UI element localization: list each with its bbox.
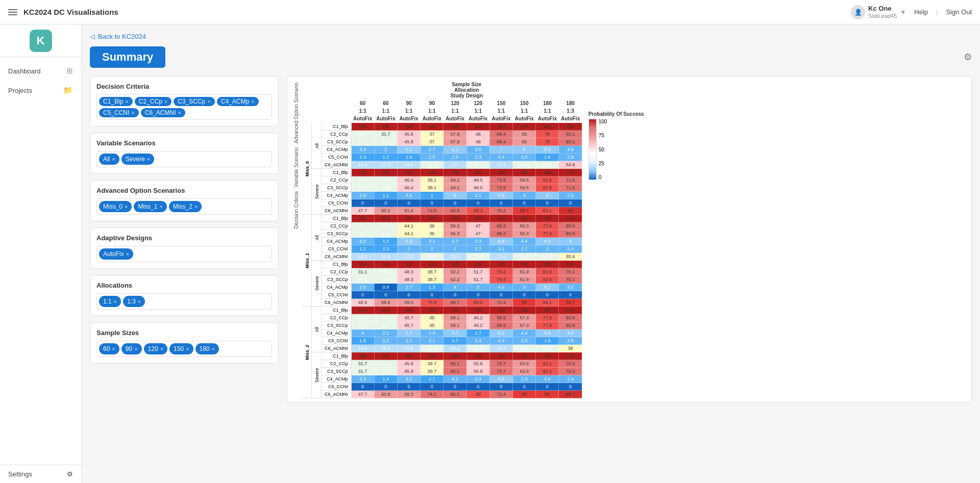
heatmap-cell: 2.7 <box>513 245 536 253</box>
tag-180[interactable]: 180 × <box>195 343 219 354</box>
tag-miss2[interactable]: Miss_2 × <box>169 201 202 212</box>
heatmap-cell: 65.1 <box>444 360 467 368</box>
tag-1-3[interactable]: 1:3 × <box>123 296 145 307</box>
user-info[interactable]: 👤 Kc One StatLead45 ▼ <box>851 5 906 19</box>
heatmap-cell: 59.5 <box>513 184 536 192</box>
heatmap-cell: 4.9 <box>559 146 582 154</box>
tag-150[interactable]: 150 × <box>169 343 193 354</box>
row-criteria-label: C1_Blp <box>322 123 352 131</box>
heatmap-cell: 0 <box>467 383 489 391</box>
heatmap-cell: 56.3 <box>444 230 467 238</box>
row-criteria-label: C6_ACMNI <box>322 161 352 169</box>
heatmap-cell: 2.7 <box>467 245 489 253</box>
tag-miss0[interactable]: Miss_0 × <box>99 201 132 212</box>
row-var-group: All <box>312 215 322 261</box>
heatmap-cell: 73.7 <box>489 368 512 375</box>
settings-item[interactable]: Settings ⚙ <box>0 465 81 483</box>
heatmap-cell: 4 <box>351 329 374 337</box>
heatmap-cell: 6.2 <box>536 284 559 291</box>
tag-c5ccni[interactable]: C5_CCNI × <box>99 108 139 117</box>
row-criteria-label: C2_CCp <box>322 360 352 368</box>
heatmap-cell: 20.7 <box>374 322 397 329</box>
heatmap-cell: 29.8 <box>351 276 374 284</box>
heatmap-cell: 25.7 <box>351 138 374 146</box>
heatmap-cell: 1.2 <box>374 154 397 161</box>
heatmap-cell: 0 <box>489 199 512 207</box>
heatmap-cell: 1.6 <box>397 154 420 161</box>
heatmap-cell: 5.6 <box>489 192 512 199</box>
advanced-option-scenarios-title: Advanced Option Scenarios <box>96 187 272 194</box>
heatmap-cell: 100 <box>536 307 559 314</box>
tag-60[interactable]: 60 × <box>99 343 119 354</box>
back-link[interactable]: ◁ Back to KC2024 <box>90 33 972 40</box>
heatmap-cell: 74.5 <box>421 207 444 215</box>
heatmap-cell: 95.7 <box>559 391 582 398</box>
heatmap-cell: 47.7 <box>351 391 374 398</box>
heatmap-cell: 59.3 <box>397 299 420 307</box>
tag-90[interactable]: 90 × <box>121 343 142 354</box>
row-criteria-label: C2_CCp <box>322 176 352 184</box>
heatmap-cell: 100 <box>559 352 582 360</box>
main-layout: K Dashboard ⊞ Projects 📁 Settings ⚙ ◁ Ba… <box>0 24 980 483</box>
heatmap-cell: 1.2 <box>374 238 397 245</box>
signout-link[interactable]: Sign Out <box>946 8 972 16</box>
tag-120[interactable]: 120 × <box>144 343 167 354</box>
heatmap-cell: 48 <box>467 138 489 146</box>
heatmap-cell: 2.7 <box>397 284 420 291</box>
heatmap-cell: 2.1 <box>374 329 397 337</box>
tag-c6acmni[interactable]: C6_ACMNI × <box>141 108 185 117</box>
heatmap-cell: 0 <box>513 291 536 299</box>
heatmap-cell: 1.7 <box>444 337 467 345</box>
heatmap-cell: 8.2 <box>536 146 559 154</box>
row-criteria-label: C5_CCNI <box>322 154 352 161</box>
heatmap-cell: 99.5 <box>374 307 397 314</box>
heatmap-cell: 65.1 <box>559 138 582 146</box>
heatmap-cell: 45.9 <box>397 360 420 368</box>
heatmap-cell: 3 <box>513 284 536 291</box>
heatmap-cell: 100 <box>467 123 489 131</box>
heatmap-cell: 2.4 <box>559 375 582 383</box>
heatmap-cell: 3.1 <box>489 245 512 253</box>
heatmap-cell: 100 <box>397 261 420 268</box>
back-link-label: Back to KC2024 <box>98 33 146 40</box>
sidebar-item-dashboard[interactable]: Dashboard ⊞ <box>0 61 81 81</box>
heatmap-cell: 100 <box>513 169 536 176</box>
tag-c3sccp[interactable]: C3_SCCp × <box>174 97 214 106</box>
tag-c1blp[interactable]: C1_Blp × <box>99 97 133 106</box>
tag-c4acmp[interactable]: C4_ACMp × <box>217 97 259 106</box>
heatmap-cell: 82.6 <box>536 276 559 284</box>
settings-gear-icon[interactable]: ⚙ <box>964 52 972 63</box>
tag-severe[interactable]: Severe × <box>121 154 154 165</box>
heatmap-cell: 45.8 <box>397 138 420 146</box>
heatmap-cell: 3.8 <box>559 337 582 345</box>
tag-autofix[interactable]: AutoFix × <box>99 248 133 260</box>
heatmap-cell: 1.9 <box>536 337 559 345</box>
heatmap-cell: 2.1 <box>421 337 444 345</box>
variable-scenarios-tags: All × Severe × <box>96 151 272 167</box>
heatmap-cell: 38.1 <box>421 184 444 192</box>
heatmap-cell: 56 <box>513 138 536 146</box>
menu-icon[interactable] <box>8 9 17 15</box>
heatmap-cell: 58.3 <box>397 391 420 398</box>
heatmap-cell: 82.1 <box>536 360 559 368</box>
heatmap-cell: 2.1 <box>467 192 489 199</box>
tag-all[interactable]: All × <box>99 154 119 165</box>
row-miss-group: Miss_2 <box>302 307 312 398</box>
sidebar-item-projects[interactable]: Projects 📁 <box>0 81 81 100</box>
heatmap-cell: 26.1 <box>513 253 536 261</box>
heatmap-cell: 1 <box>421 192 444 199</box>
heatmap-cell: 25.8 <box>513 161 536 169</box>
tag-miss1[interactable]: Miss_1 × <box>134 201 166 212</box>
help-link[interactable]: Help <box>914 8 928 16</box>
heatmap-cell: 0 <box>444 291 467 299</box>
heatmap-cell: 2.3 <box>467 154 489 161</box>
heatmap-cell: 1.1 <box>374 192 397 199</box>
tag-c2ccp[interactable]: C2_CCp × <box>135 97 172 106</box>
heatmap-cell: 71.4 <box>489 391 512 398</box>
sample-sizes-tags: 60 × 90 × 120 × 150 × 180 × <box>96 341 272 357</box>
avatar: 👤 <box>851 5 865 19</box>
heatmap-cell: 24.7 <box>374 368 397 375</box>
row-criteria-label: C1_Blp <box>322 352 352 360</box>
tag-1-1[interactable]: 1:1 × <box>99 296 121 307</box>
heatmap-cell: 48.3 <box>397 268 420 276</box>
